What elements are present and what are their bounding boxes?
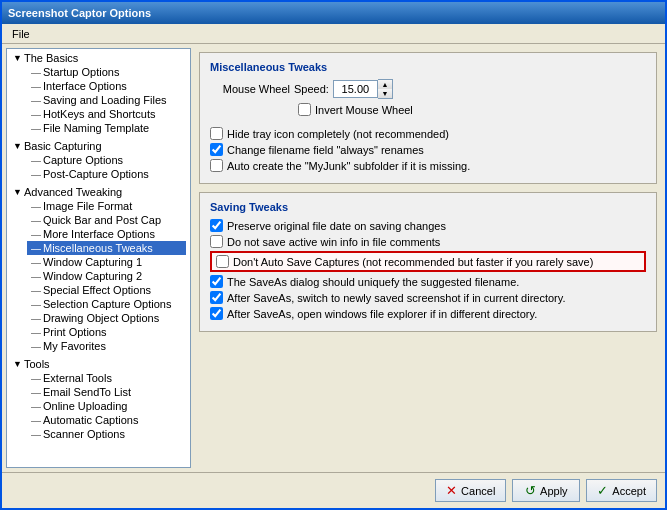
tree-child-post-capture[interactable]: —Post-Capture Options (27, 167, 186, 181)
tree-child-online-uploading[interactable]: —Online Uploading (27, 399, 186, 413)
saveAs-uniquefy-checkbox[interactable] (210, 275, 223, 288)
tree-child-external-tools[interactable]: —External Tools (27, 371, 186, 385)
speed-input[interactable] (333, 80, 378, 98)
auto-create-label: Auto create the "MyJunk" subfolder if it… (227, 160, 470, 172)
change-filename-row: Change filename field "always" renames (210, 143, 646, 156)
expand-icon-basics: ▼ (13, 53, 22, 63)
no-active-win-checkbox[interactable] (210, 235, 223, 248)
tree-children-tools: —External Tools —Email SendTo List —Onli… (11, 371, 186, 441)
tree-child-scanner[interactable]: —Scanner Options (27, 427, 186, 441)
tree-section-basic-capturing: ▼ Basic Capturing —Capture Options —Post… (7, 137, 190, 183)
cancel-label: Cancel (461, 485, 495, 497)
hide-tray-label: Hide tray icon completely (not recommend… (227, 128, 449, 140)
tree-section-advanced: ▼ Advanced Tweaking —Image File Format —… (7, 183, 190, 355)
main-panel: Miscellaneous Tweaks Mouse Wheel Speed: … (191, 44, 665, 472)
menu-file[interactable]: File (6, 27, 36, 41)
tree-child-hotkeys[interactable]: —HotKeys and Shortcuts (27, 107, 186, 121)
speed-label: Speed: (294, 83, 329, 95)
saveAs-uniquefy-label: The SaveAs dialog should uniquefy the su… (227, 276, 519, 288)
preserve-date-label: Preserve original file date on saving ch… (227, 220, 446, 232)
mouse-wheel-label: Mouse Wheel (210, 83, 290, 95)
window-title: Screenshot Captor Options (8, 7, 151, 19)
tree-child-window-cap-1[interactable]: —Window Capturing 1 (27, 255, 186, 269)
saveAs-switch-label: After SaveAs, switch to newly saved scre… (227, 292, 566, 304)
invert-mouse-wheel-label: Invert Mouse Wheel (315, 104, 413, 116)
no-active-win-label: Do not save active win info in file comm… (227, 236, 440, 248)
tree-root-basic-capturing[interactable]: ▼ Basic Capturing (11, 139, 186, 153)
misc-tweaks-section: Miscellaneous Tweaks Mouse Wheel Speed: … (199, 52, 657, 184)
spinner-group: ▲ ▼ (333, 79, 393, 99)
saveAs-switch-checkbox[interactable] (210, 291, 223, 304)
expand-icon-basic-capturing: ▼ (13, 141, 22, 151)
change-filename-checkbox[interactable] (210, 143, 223, 156)
saveAs-explorer-row: After SaveAs, open windows file explorer… (210, 307, 646, 320)
mouse-wheel-row: Mouse Wheel Speed: ▲ ▼ (210, 79, 646, 99)
hide-tray-row: Hide tray icon completely (not recommend… (210, 127, 646, 140)
tree-child-selection-capture[interactable]: —Selection Capture Options (27, 297, 186, 311)
saveAs-uniquefy-row: The SaveAs dialog should uniquefy the su… (210, 275, 646, 288)
accept-icon: ✓ (597, 483, 608, 498)
tree-root-basic-capturing-label: Basic Capturing (24, 140, 102, 152)
hide-tray-checkbox[interactable] (210, 127, 223, 140)
title-bar: Screenshot Captor Options (2, 2, 665, 24)
saveAs-switch-row: After SaveAs, switch to newly saved scre… (210, 291, 646, 304)
saveAs-explorer-checkbox[interactable] (210, 307, 223, 320)
footer: ✕ Cancel ↺ Apply ✓ Accept (2, 472, 665, 508)
tree-child-saving-loading[interactable]: —Saving and Loading Files (27, 93, 186, 107)
saveAs-explorer-label: After SaveAs, open windows file explorer… (227, 308, 537, 320)
saving-tweaks-title: Saving Tweaks (210, 201, 646, 213)
tree-child-startup[interactable]: —Startup Options (27, 65, 186, 79)
tree-child-drawing-object[interactable]: —Drawing Object Options (27, 311, 186, 325)
expand-icon-advanced: ▼ (13, 187, 22, 197)
invert-mouse-wheel-checkbox[interactable] (298, 103, 311, 116)
tree-root-tools[interactable]: ▼ Tools (11, 357, 186, 371)
apply-button[interactable]: ↺ Apply (512, 479, 580, 502)
auto-create-row: Auto create the "MyJunk" subfolder if it… (210, 159, 646, 172)
tree-child-file-naming[interactable]: —File Naming Template (27, 121, 186, 135)
tree-children-basics: —Startup Options —Interface Options —Sav… (11, 65, 186, 135)
apply-label: Apply (540, 485, 568, 497)
tree-child-misc-tweaks[interactable]: —Miscellaneous Tweaks (27, 241, 186, 255)
dont-auto-save-checkbox[interactable] (216, 255, 229, 268)
change-filename-label: Change filename field "always" renames (227, 144, 424, 156)
cancel-icon: ✕ (446, 483, 457, 498)
menu-bar: File (2, 24, 665, 44)
cancel-button[interactable]: ✕ Cancel (435, 479, 506, 502)
accept-label: Accept (612, 485, 646, 497)
divider-1 (210, 118, 646, 124)
tree-child-capture-options[interactable]: —Capture Options (27, 153, 186, 167)
spinner-down[interactable]: ▼ (378, 89, 392, 98)
tree-child-more-interface[interactable]: —More Interface Options (27, 227, 186, 241)
tree-root-basics-label: The Basics (24, 52, 78, 64)
expand-icon-tools: ▼ (13, 359, 22, 369)
tree-child-auto-captions[interactable]: —Automatic Captions (27, 413, 186, 427)
auto-create-checkbox[interactable] (210, 159, 223, 172)
invert-mouse-wheel-row: Invert Mouse Wheel (298, 103, 646, 116)
tree-child-special-effects[interactable]: —Special Effect Options (27, 283, 186, 297)
tree-root-advanced[interactable]: ▼ Advanced Tweaking (11, 185, 186, 199)
dont-auto-save-row: Don't Auto Save Captures (not recommende… (210, 251, 646, 272)
tree-root-advanced-label: Advanced Tweaking (24, 186, 122, 198)
preserve-date-checkbox[interactable] (210, 219, 223, 232)
tree-child-image-file-format[interactable]: —Image File Format (27, 199, 186, 213)
tree-children-advanced: —Image File Format —Quick Bar and Post C… (11, 199, 186, 353)
no-active-win-row: Do not save active win info in file comm… (210, 235, 646, 248)
tree-section-tools: ▼ Tools —External Tools —Email SendTo Li… (7, 355, 190, 443)
content-area: ▼ The Basics —Startup Options —Interface… (2, 44, 665, 472)
spinner-buttons: ▲ ▼ (378, 79, 393, 99)
tree-child-email-sendto[interactable]: —Email SendTo List (27, 385, 186, 399)
apply-icon: ↺ (525, 483, 536, 498)
sidebar: ▼ The Basics —Startup Options —Interface… (6, 48, 191, 468)
tree-child-window-cap-2[interactable]: —Window Capturing 2 (27, 269, 186, 283)
tree-child-quick-bar[interactable]: —Quick Bar and Post Cap (27, 213, 186, 227)
tree-section-basics: ▼ The Basics —Startup Options —Interface… (7, 49, 190, 137)
spinner-up[interactable]: ▲ (378, 80, 392, 89)
misc-tweaks-title: Miscellaneous Tweaks (210, 61, 646, 73)
preserve-date-row: Preserve original file date on saving ch… (210, 219, 646, 232)
tree-child-my-favorites[interactable]: —My Favorites (27, 339, 186, 353)
tree-child-interface[interactable]: —Interface Options (27, 79, 186, 93)
tree-child-print[interactable]: —Print Options (27, 325, 186, 339)
tree-root-tools-label: Tools (24, 358, 50, 370)
accept-button[interactable]: ✓ Accept (586, 479, 657, 502)
tree-root-basics[interactable]: ▼ The Basics (11, 51, 186, 65)
